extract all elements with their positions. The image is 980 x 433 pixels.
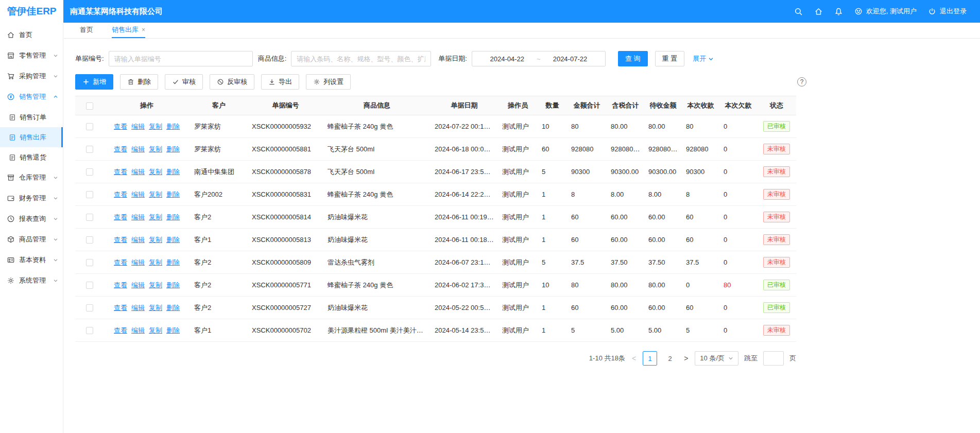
- sidebar-item-basic-data[interactable]: 基本资料: [0, 250, 63, 270]
- table-row[interactable]: 查看编辑复制删除 客户1 XSCK00000005702 美汁源果粒橙 500m…: [75, 319, 796, 342]
- sidebar-item-system[interactable]: 系统管理: [0, 270, 63, 291]
- delete-link[interactable]: 删除: [166, 145, 180, 153]
- search-button[interactable]: 查 询: [618, 51, 648, 66]
- delete-button[interactable]: 删除: [120, 74, 158, 90]
- delete-link[interactable]: 删除: [166, 190, 180, 198]
- row-checkbox[interactable]: [86, 236, 93, 244]
- tab-sales-outbound[interactable]: 销售出库 ×: [112, 23, 145, 38]
- edit-link[interactable]: 编辑: [131, 213, 145, 221]
- user-menu[interactable]: 欢迎您, 测试用户: [854, 7, 917, 16]
- table-row[interactable]: 查看编辑复制删除 客户2 XSCK00000005814 奶油味爆米花 2024…: [75, 206, 796, 229]
- row-checkbox[interactable]: [86, 282, 93, 289]
- row-checkbox[interactable]: [86, 191, 93, 198]
- close-icon[interactable]: ×: [142, 26, 145, 33]
- row-checkbox[interactable]: [86, 123, 93, 130]
- row-checkbox[interactable]: [86, 304, 93, 311]
- bell-icon[interactable]: [834, 7, 843, 16]
- table-row[interactable]: 查看编辑复制删除 客户2 XSCK00000005771 蜂蜜柚子茶 240g …: [75, 274, 796, 297]
- delete-link[interactable]: 删除: [166, 213, 180, 221]
- view-link[interactable]: 查看: [114, 304, 127, 311]
- view-link[interactable]: 查看: [114, 145, 127, 153]
- copy-link[interactable]: 复制: [149, 145, 162, 153]
- view-link[interactable]: 查看: [114, 258, 127, 266]
- audit-button[interactable]: 审核: [165, 74, 203, 90]
- delete-link[interactable]: 删除: [166, 304, 180, 311]
- page-number-1[interactable]: 1: [643, 351, 657, 366]
- add-button[interactable]: 新增: [75, 74, 113, 90]
- view-link[interactable]: 查看: [114, 281, 127, 289]
- sidebar-item-sales-return[interactable]: 销售退货: [0, 147, 63, 167]
- table-row[interactable]: 查看编辑复制删除 客户2002 XSCK00000005831 蜂蜜柚子茶 24…: [75, 183, 796, 206]
- view-link[interactable]: 查看: [114, 190, 127, 198]
- copy-link[interactable]: 复制: [149, 190, 162, 198]
- edit-link[interactable]: 编辑: [131, 168, 145, 176]
- edit-link[interactable]: 编辑: [131, 236, 145, 244]
- delete-link[interactable]: 删除: [166, 123, 180, 130]
- edit-link[interactable]: 编辑: [131, 190, 145, 198]
- delete-link[interactable]: 删除: [166, 326, 180, 334]
- copy-link[interactable]: 复制: [149, 281, 162, 289]
- unaudit-button[interactable]: 反审核: [210, 74, 254, 90]
- row-checkbox[interactable]: [86, 146, 93, 153]
- bill-no-input[interactable]: [109, 51, 253, 66]
- edit-link[interactable]: 编辑: [131, 326, 145, 334]
- table-row[interactable]: 查看编辑复制删除 客户2 XSCK00000005809 雷达杀虫气雾剂 202…: [75, 251, 796, 274]
- column-settings-button[interactable]: 列设置: [306, 74, 351, 90]
- edit-link[interactable]: 编辑: [131, 123, 145, 130]
- sidebar-item-purchase[interactable]: 采购管理: [0, 66, 63, 86]
- row-checkbox[interactable]: [86, 214, 93, 221]
- view-link[interactable]: 查看: [114, 236, 127, 244]
- sidebar-item-sales[interactable]: 销售管理: [0, 86, 63, 107]
- tab-home[interactable]: 首页: [80, 23, 93, 38]
- export-button[interactable]: 导出: [261, 74, 299, 90]
- row-checkbox[interactable]: [86, 259, 93, 266]
- copy-link[interactable]: 复制: [149, 213, 162, 221]
- table-row[interactable]: 查看编辑复制删除 客户2 XSCK00000005727 奶油味爆米花 2024…: [75, 297, 796, 319]
- next-page-button[interactable]: >: [683, 354, 689, 362]
- copy-link[interactable]: 复制: [149, 123, 162, 130]
- home-icon[interactable]: [814, 7, 823, 16]
- sidebar-item-products[interactable]: 商品管理: [0, 229, 63, 250]
- sidebar-item-home[interactable]: 首页: [0, 25, 63, 45]
- row-checkbox[interactable]: [86, 327, 93, 334]
- edit-link[interactable]: 编辑: [131, 258, 145, 266]
- delete-link[interactable]: 删除: [166, 236, 180, 244]
- table-row[interactable]: 查看编辑复制删除 罗莱家纺 XSCK00000005881 飞天茅台 500ml…: [75, 138, 796, 161]
- table-row[interactable]: 查看编辑复制删除 客户1 XSCK00000005813 奶油味爆米花 2024…: [75, 229, 796, 251]
- view-link[interactable]: 查看: [114, 213, 127, 221]
- page-number-2[interactable]: 2: [663, 351, 677, 366]
- edit-link[interactable]: 编辑: [131, 281, 145, 289]
- sidebar-item-sales-order[interactable]: 销售订单: [0, 107, 63, 127]
- page-size-select[interactable]: 10 条/页: [695, 351, 738, 366]
- logout-button[interactable]: 退出登录: [928, 7, 967, 16]
- delete-link[interactable]: 删除: [166, 258, 180, 266]
- copy-link[interactable]: 复制: [149, 258, 162, 266]
- row-checkbox[interactable]: [86, 168, 93, 176]
- sidebar-item-reports[interactable]: 报表查询: [0, 209, 63, 229]
- view-link[interactable]: 查看: [114, 123, 127, 130]
- view-link[interactable]: 查看: [114, 326, 127, 334]
- sidebar-item-warehouse[interactable]: 仓库管理: [0, 167, 63, 188]
- date-range-picker[interactable]: 2024-04-22 ~ 2024-07-22: [472, 51, 606, 66]
- table-row[interactable]: 查看编辑复制删除 南通中集集团 XSCK00000005878 飞天茅台 500…: [75, 161, 796, 183]
- prev-page-button[interactable]: <: [631, 354, 637, 362]
- jump-page-input[interactable]: [763, 351, 784, 366]
- copy-link[interactable]: 复制: [149, 168, 162, 176]
- edit-link[interactable]: 编辑: [131, 145, 145, 153]
- table-row[interactable]: 查看编辑复制删除 罗莱家纺 XSCK00000005932 蜂蜜柚子茶 240g…: [75, 115, 796, 138]
- edit-link[interactable]: 编辑: [131, 304, 145, 311]
- sidebar-item-sales-outbound[interactable]: 销售出库: [0, 127, 63, 147]
- expand-link[interactable]: 展开: [693, 54, 714, 63]
- product-info-input[interactable]: [291, 51, 431, 66]
- select-all-checkbox[interactable]: [86, 102, 93, 110]
- sidebar-item-finance[interactable]: 财务管理: [0, 188, 63, 209]
- reset-button[interactable]: 重 置: [655, 51, 685, 66]
- copy-link[interactable]: 复制: [149, 236, 162, 244]
- sidebar-item-retail[interactable]: 零售管理: [0, 45, 63, 66]
- search-icon[interactable]: [794, 7, 803, 16]
- copy-link[interactable]: 复制: [149, 326, 162, 334]
- view-link[interactable]: 查看: [114, 168, 127, 176]
- delete-link[interactable]: 删除: [166, 168, 180, 176]
- delete-link[interactable]: 删除: [166, 281, 180, 289]
- question-circle-icon[interactable]: ?: [797, 77, 806, 86]
